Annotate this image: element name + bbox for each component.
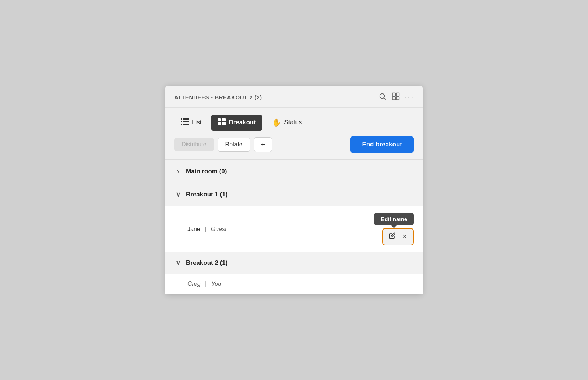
room-main-header[interactable]: › Main room (0) <box>165 160 423 183</box>
svg-rect-4 <box>392 97 395 100</box>
status-icon: ✋ <box>272 118 281 127</box>
separator-jane: | <box>205 226 208 232</box>
attendee-greg-row: Greg | You <box>165 274 423 294</box>
room-breakout-2-header[interactable]: ∨ Breakout 2 (1) <box>165 252 423 274</box>
attendee-jane-info: Jane | Guest <box>187 226 226 232</box>
pencil-icon[interactable] <box>389 232 395 241</box>
tab-bar: List Breakout ✋ Status <box>165 108 423 136</box>
svg-rect-6 <box>181 118 182 120</box>
distribute-button: Distribute <box>174 138 214 151</box>
svg-rect-15 <box>222 122 226 125</box>
grid-view-icon[interactable] <box>392 92 400 102</box>
tab-list[interactable]: List <box>174 115 208 131</box>
more-options-icon[interactable]: ··· <box>405 93 414 102</box>
close-icon[interactable]: ✕ <box>402 233 407 241</box>
tab-status-label: Status <box>284 119 302 126</box>
svg-rect-2 <box>392 93 395 96</box>
room-breakout-1: ∨ Breakout 1 (1) Jane | Guest Edit name <box>165 183 423 252</box>
room-breakout-2: ∨ Breakout 2 (1) Greg | You <box>165 252 423 294</box>
header-icons: ··· <box>379 92 414 102</box>
end-breakout-button[interactable]: End breakout <box>350 136 414 153</box>
svg-rect-8 <box>181 121 182 122</box>
attendee-greg-name: Greg <box>187 281 201 287</box>
chevron-right-icon: › <box>174 167 182 175</box>
chevron-down-icon-1: ∨ <box>174 191 182 199</box>
room-breakout-1-header[interactable]: ∨ Breakout 1 (1) <box>165 183 423 206</box>
room-breakout-2-name: Breakout 2 (1) <box>186 259 227 267</box>
panel-title: ATTENDEES - BREAKOUT 2 (2) <box>174 94 262 100</box>
room-main: › Main room (0) <box>165 160 423 183</box>
svg-rect-7 <box>183 118 189 120</box>
room-breakout-1-name: Breakout 1 (1) <box>186 191 227 198</box>
attendee-jane-role: Guest <box>211 226 227 232</box>
svg-rect-11 <box>183 124 189 125</box>
tab-breakout-label: Breakout <box>229 119 256 126</box>
attendee-greg-role: You <box>211 281 222 287</box>
breakout-icon <box>218 118 226 127</box>
toolbar: Distribute Rotate + End breakout <box>165 136 423 159</box>
attendee-jane-name: Jane <box>187 226 200 232</box>
search-icon[interactable] <box>379 92 387 102</box>
attendee-jane-row: Jane | Guest Edit name ✕ <box>165 206 423 252</box>
svg-rect-5 <box>396 97 399 100</box>
rotate-button[interactable]: Rotate <box>218 138 250 152</box>
tab-status[interactable]: ✋ Status <box>265 114 308 131</box>
add-room-button[interactable]: + <box>254 137 272 152</box>
svg-rect-14 <box>218 122 221 125</box>
tab-breakout[interactable]: Breakout <box>211 115 262 131</box>
breakout2-left: ∨ Breakout 2 (1) <box>174 259 227 267</box>
tab-list-label: List <box>192 119 201 126</box>
attendees-panel: ATTENDEES - BREAKOUT 2 (2) ··· <box>165 86 423 294</box>
separator-greg: | <box>205 281 208 287</box>
svg-line-1 <box>384 98 386 100</box>
svg-rect-13 <box>222 118 226 121</box>
svg-rect-9 <box>183 121 189 122</box>
list-icon <box>181 118 189 127</box>
svg-rect-10 <box>181 124 182 125</box>
edit-name-tooltip: Edit name <box>374 213 414 225</box>
chevron-down-icon-2: ∨ <box>174 259 182 267</box>
svg-rect-3 <box>396 93 399 96</box>
room-main-name: Main room (0) <box>186 168 227 175</box>
edit-actions-box: ✕ <box>382 228 414 245</box>
edit-name-area: Edit name ✕ <box>374 213 414 245</box>
panel-header: ATTENDEES - BREAKOUT 2 (2) ··· <box>165 86 423 108</box>
svg-rect-12 <box>218 118 221 121</box>
